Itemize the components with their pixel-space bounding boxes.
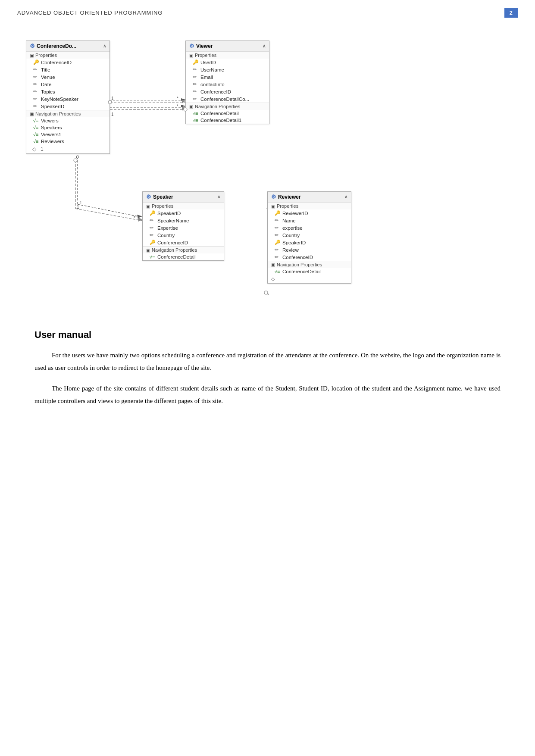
entity-icon: ⚙ — [189, 43, 194, 49]
paragraph-1: For the users we have mainly two options… — [34, 349, 501, 374]
prop-icon: ✏ — [275, 225, 281, 231]
svg-point-28 — [74, 159, 77, 162]
entity-icon: ⚙ — [146, 194, 151, 200]
prop-icon: ✏ — [33, 96, 39, 102]
conferencedo-row-speakerid: ✏ SpeakerID — [26, 103, 110, 110]
entity-icon: ⚙ — [30, 43, 35, 49]
prop-icon: ✏ — [193, 74, 199, 80]
svg-text:*: * — [177, 104, 178, 109]
prop-icon: ✏ — [193, 67, 199, 72]
prop-icon: ✏ — [150, 232, 156, 238]
key-icon: 🔑 — [150, 240, 156, 245]
svg-text:*: * — [134, 216, 135, 220]
conferencedo-nav-reviewers: √≡ Reviewers — [26, 138, 110, 145]
svg-marker-27 — [138, 217, 142, 222]
conferencedo-nav-viewers1: √≡ Viewers1 — [26, 131, 110, 138]
prop-icon: ✏ — [33, 103, 39, 109]
conferencedo-row-topics: ✏ Topics — [26, 88, 110, 95]
prop-icon: ✏ — [150, 218, 156, 223]
prop-icon: ✏ — [33, 81, 39, 87]
page-number: 2 — [504, 8, 518, 18]
speaker-props-label: ▣ Properties — [143, 202, 224, 209]
svg-text:1: 1 — [77, 205, 79, 209]
entity-conferencedo: ⚙ ConferenceDo... ∧ ▣ Properties 🔑 Confe… — [26, 41, 110, 154]
conferencedo-diamond: ◇ 1 — [26, 145, 110, 153]
key-icon: 🔑 — [150, 210, 156, 216]
section-heading: User manual — [34, 329, 501, 341]
prop-icon: ✏ — [193, 81, 199, 87]
viewer-nav-label: ▣ Navigation Properties — [186, 103, 269, 110]
entity-reviewer-header: ⚙ Reviewer ∧ — [268, 192, 351, 202]
reviewer-nav-label: ▣ Navigation Properties — [268, 261, 351, 268]
prop-icon: ✏ — [33, 74, 39, 80]
nav-icon: √≡ — [33, 125, 39, 130]
nav-icon: √≡ — [150, 254, 156, 259]
svg-marker-2 — [181, 98, 185, 101]
svg-point-11 — [76, 156, 79, 158]
prop-icon: ✏ — [193, 96, 199, 102]
svg-marker-16 — [182, 100, 185, 103]
paragraph-2: The Home page of the site contains of di… — [34, 382, 501, 407]
page-header: ADVANCED OBJECT ORIENTED PROGRAMMING 2 — [0, 0, 535, 23]
conferencedo-row-conferenceid: 🔑 ConferenceID — [26, 59, 110, 66]
content-area: User manual For the users we have mainly… — [0, 316, 535, 433]
entity-conferencedo-header: ⚙ ConferenceDo... ∧ — [26, 41, 110, 51]
diagram-area: 1 1 1 ⚙ ConferenceDo... ∧ ▣ Properties 🔑… — [0, 23, 535, 316]
prop-icon: ✏ — [275, 218, 281, 223]
conferencedo-nav-speakers: √≡ Speakers — [26, 124, 110, 131]
speaker-nav-label: ▣ Navigation Properties — [143, 246, 224, 253]
key-icon: 🔑 — [193, 59, 199, 65]
entity-viewer-header: ⚙ Viewer ∧ — [186, 41, 269, 51]
svg-text:1: 1 — [111, 96, 114, 101]
entity-speaker: ⚙ Speaker ∧ ▣ Properties 🔑 SpeakerID ✏ S… — [142, 191, 224, 261]
conferencedo-row-title: ✏ Title — [26, 66, 110, 73]
prop-icon: ✏ — [275, 247, 281, 253]
entity-viewer: ⚙ Viewer ∧ ▣ Properties 🔑 UserID ✏ UserN… — [185, 41, 269, 124]
conferencedo-row-keynotespeaker: ✏ KeyNoteSpeaker — [26, 95, 110, 103]
key-icon: 🔑 — [33, 59, 39, 65]
conferencedo-nav-label: ▣ Navigation Properties — [26, 110, 110, 117]
svg-line-9 — [78, 204, 142, 217]
svg-marker-10 — [137, 215, 142, 218]
prop-icon: ✏ — [193, 89, 199, 94]
prop-icon: ✏ — [275, 232, 281, 238]
nav-icon: √≡ — [193, 111, 199, 116]
nav-icon: √≡ — [193, 118, 199, 123]
entity-reviewer: ⚙ Reviewer ∧ ▣ Properties 🔑 ReviewerID ✏… — [267, 191, 351, 284]
svg-marker-6 — [181, 105, 185, 107]
conferencedo-row-venue: ✏ Venue — [26, 73, 110, 81]
conferencedo-props-label: ▣ Properties — [26, 51, 110, 59]
svg-point-31 — [264, 291, 268, 294]
header-title: ADVANCED OBJECT ORIENTED PROGRAMMING — [17, 9, 163, 16]
svg-text:1: 1 — [80, 200, 82, 205]
conferencedo-row-date: ✏ Date — [26, 81, 110, 88]
nav-icon: √≡ — [33, 118, 39, 123]
entity-icon: ⚙ — [271, 194, 276, 200]
reviewer-bottom: ◇ — [268, 275, 351, 283]
prop-icon: ✏ — [33, 67, 39, 72]
nav-icon: √≡ — [275, 269, 281, 274]
svg-text:*: * — [177, 96, 178, 101]
nav-icon: √≡ — [33, 132, 39, 137]
viewer-props-label: ▣ Properties — [186, 51, 269, 59]
svg-line-26 — [75, 209, 142, 221]
svg-marker-21 — [182, 107, 185, 111]
svg-text:1: 1 — [111, 112, 114, 117]
reviewer-props-label: ▣ Properties — [268, 202, 351, 209]
prop-icon: ✏ — [150, 225, 156, 231]
nav-icon: √≡ — [33, 139, 39, 144]
entity-speaker-header: ⚙ Speaker ∧ — [143, 192, 224, 202]
key-icon: 🔑 — [275, 210, 281, 216]
prop-icon: ✏ — [275, 254, 281, 260]
svg-text:*: * — [267, 293, 269, 298]
conferencedo-nav-viewers: √≡ Viewers — [26, 117, 110, 124]
prop-icon: ✏ — [33, 89, 39, 94]
key-icon: 🔑 — [275, 240, 281, 245]
